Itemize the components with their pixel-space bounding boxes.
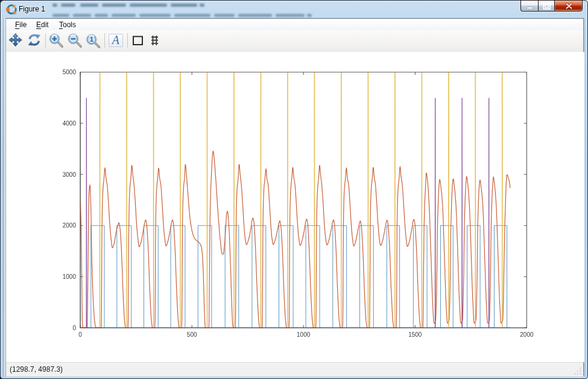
svg-text:500: 500 [187, 331, 197, 338]
svg-text:1000: 1000 [63, 273, 77, 280]
svg-text:1000: 1000 [297, 331, 311, 338]
svg-text:1500: 1500 [408, 331, 422, 338]
svg-text:5000: 5000 [63, 69, 77, 75]
svg-text:0: 0 [72, 325, 76, 331]
svg-text:0: 0 [78, 331, 82, 338]
svg-text:2000: 2000 [63, 222, 77, 229]
svg-text:3000: 3000 [63, 171, 77, 178]
svg-text:2000: 2000 [520, 331, 534, 338]
svg-text:4000: 4000 [63, 120, 77, 127]
